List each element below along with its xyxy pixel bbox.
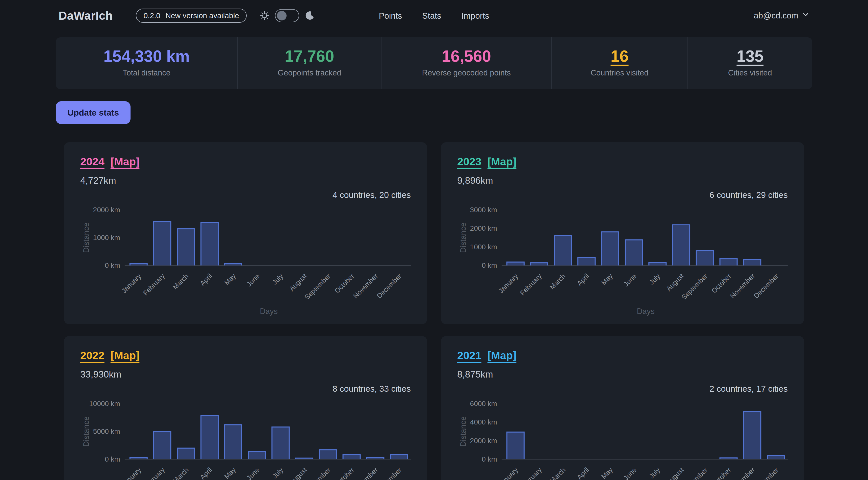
- svg-text:Days: Days: [260, 307, 278, 316]
- svg-text:September: September: [680, 272, 709, 301]
- svg-text:August: August: [288, 466, 309, 480]
- svg-text:4000 km: 4000 km: [470, 418, 497, 426]
- svg-text:2000 km: 2000 km: [93, 206, 120, 214]
- svg-text:Days: Days: [637, 307, 655, 316]
- svg-text:0 km: 0 km: [482, 455, 497, 463]
- chevron-down-icon: [802, 11, 809, 21]
- countries-cities-summary: 8 countries, 33 cities: [80, 384, 411, 394]
- countries-cities-summary: 6 countries, 29 cities: [457, 190, 788, 200]
- svg-text:June: June: [622, 466, 638, 480]
- map-link-2022[interactable]: [Map]: [111, 349, 140, 362]
- year-cards-grid: 2024 [Map] 4,727km 4 countries, 20 citie…: [64, 142, 804, 480]
- version-badge[interactable]: 0.2.0 New version available: [136, 8, 247, 23]
- stats-strip: 154,330 km Total distance 17,760 Geopoin…: [56, 37, 812, 89]
- svg-text:Distance: Distance: [459, 223, 468, 253]
- svg-text:January: January: [497, 466, 520, 480]
- user-menu[interactable]: ab@cd.com: [754, 11, 809, 21]
- year-link-2022[interactable]: 2022: [80, 349, 104, 362]
- distance-bar-chart: Distance0 km1000 km2000 kmJanuaryFebruar…: [80, 201, 411, 317]
- map-link-2021[interactable]: [Map]: [488, 349, 517, 362]
- svg-text:November: November: [352, 272, 379, 300]
- year-distance: 4,727km: [80, 175, 411, 186]
- svg-text:February: February: [519, 466, 543, 480]
- svg-text:November: November: [352, 466, 379, 480]
- year-link-2021[interactable]: 2021: [457, 349, 482, 362]
- year-link-2023[interactable]: 2023: [457, 156, 482, 168]
- version-message: New version available: [165, 11, 239, 20]
- svg-text:September: September: [303, 272, 332, 301]
- svg-text:December: December: [752, 466, 780, 480]
- stat-countries-visited: 16 Countries visited: [551, 37, 687, 89]
- svg-text:December: December: [375, 466, 403, 480]
- svg-text:6000 km: 6000 km: [470, 400, 497, 408]
- svg-text:1000 km: 1000 km: [93, 234, 120, 242]
- svg-text:March: March: [171, 466, 190, 480]
- app-logo[interactable]: DaWarIch: [59, 9, 113, 23]
- svg-text:April: April: [199, 272, 214, 287]
- svg-text:5000 km: 5000 km: [93, 427, 120, 435]
- year-card-2021: 2021 [Map] 8,875km 2 countries, 17 citie…: [441, 336, 804, 480]
- year-distance: 9,896km: [457, 175, 788, 186]
- svg-text:May: May: [600, 466, 615, 480]
- svg-text:May: May: [223, 272, 238, 287]
- svg-text:February: February: [142, 272, 166, 297]
- svg-text:0 km: 0 km: [105, 261, 120, 269]
- svg-text:January: January: [497, 272, 520, 295]
- svg-text:July: July: [271, 272, 284, 286]
- svg-text:Distance: Distance: [82, 416, 91, 447]
- stat-total-distance: 154,330 km Total distance: [56, 37, 237, 89]
- card-title-row: 2023 [Map]: [457, 156, 788, 168]
- svg-text:April: April: [199, 466, 214, 480]
- svg-text:Distance: Distance: [82, 223, 91, 253]
- cities-visited-link[interactable]: 135: [737, 48, 764, 65]
- countries-cities-summary: 4 countries, 20 cities: [80, 190, 411, 200]
- nav-imports[interactable]: Imports: [461, 11, 489, 21]
- svg-text:October: October: [333, 272, 356, 295]
- countries-visited-link[interactable]: 16: [611, 48, 628, 65]
- svg-text:July: July: [648, 466, 661, 480]
- year-link-2024[interactable]: 2024: [80, 156, 104, 168]
- svg-text:June: June: [245, 466, 261, 480]
- svg-text:September: September: [303, 466, 332, 480]
- stat-label: Total distance: [56, 68, 237, 77]
- svg-text:March: March: [548, 466, 567, 480]
- distance-bar-chart: Distance0 km5000 km10000 kmJanuaryFebrua…: [80, 395, 411, 480]
- stat-label: Cities visited: [688, 68, 812, 77]
- svg-text:September: September: [680, 466, 709, 480]
- svg-text:May: May: [600, 272, 615, 287]
- toggle-knob: [277, 11, 286, 21]
- distance-bar-chart: Distance0 km2000 km4000 km6000 kmJanuary…: [457, 395, 788, 480]
- svg-text:1000 km: 1000 km: [470, 243, 497, 251]
- countries-cities-summary: 2 countries, 17 cities: [457, 384, 788, 394]
- svg-text:February: February: [142, 466, 166, 480]
- svg-text:August: August: [665, 466, 685, 480]
- nav-stats[interactable]: Stats: [422, 11, 441, 21]
- svg-text:February: February: [519, 272, 543, 297]
- svg-text:2000 km: 2000 km: [470, 437, 497, 444]
- map-link-2024[interactable]: [Map]: [111, 156, 140, 168]
- stat-label: Reverse geocoded points: [381, 68, 551, 77]
- svg-text:April: April: [576, 272, 591, 287]
- nav-points[interactable]: Points: [379, 11, 402, 21]
- stat-label: Geopoints tracked: [238, 68, 381, 77]
- svg-text:2000 km: 2000 km: [470, 224, 497, 232]
- year-card-2023: 2023 [Map] 9,896km 6 countries, 29 citie…: [441, 142, 804, 324]
- svg-text:October: October: [333, 466, 356, 480]
- reverse-geocoded-value: 16,560: [441, 48, 491, 65]
- svg-text:May: May: [223, 466, 238, 480]
- svg-text:January: January: [120, 466, 143, 480]
- svg-text:April: April: [576, 466, 591, 480]
- update-stats-button[interactable]: Update stats: [56, 101, 130, 124]
- card-title-row: 2022 [Map]: [80, 349, 411, 362]
- svg-text:June: June: [622, 272, 638, 288]
- svg-text:0 km: 0 km: [482, 261, 497, 269]
- svg-text:10000 km: 10000 km: [89, 400, 120, 408]
- svg-text:January: January: [120, 272, 143, 295]
- year-distance: 8,875km: [457, 369, 788, 380]
- theme-toggle-cluster: [260, 9, 315, 22]
- svg-text:November: November: [728, 272, 756, 300]
- map-link-2023[interactable]: [Map]: [488, 156, 517, 168]
- svg-text:June: June: [245, 272, 261, 288]
- theme-toggle[interactable]: [275, 9, 299, 22]
- year-distance: 33,930km: [80, 369, 411, 380]
